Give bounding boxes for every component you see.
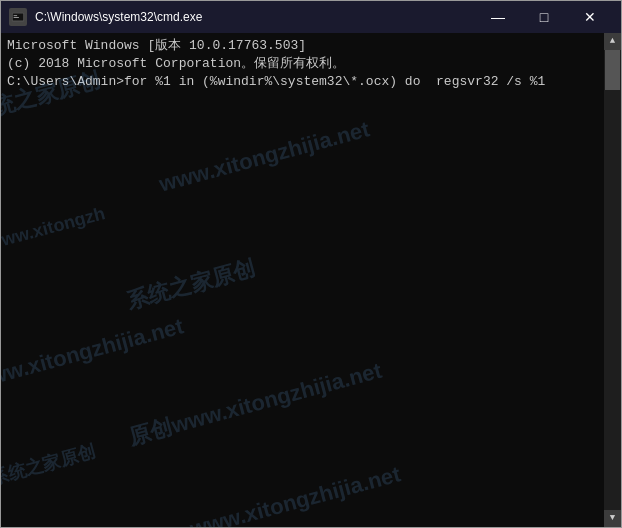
watermark-text: 原创www.xitongzhijia.net	[125, 355, 385, 452]
scrollbar[interactable]: ▲ ▼	[604, 33, 621, 527]
terminal-line: (c) 2018 Microsoft Corporation。保留所有权利。	[7, 55, 615, 73]
watermark-text: www.xitongzhijia.net	[1, 312, 187, 398]
terminal-body[interactable]: Microsoft Windows [版本 10.0.17763.503] (c…	[1, 33, 621, 527]
terminal-output: Microsoft Windows [版本 10.0.17763.503] (c…	[7, 37, 615, 92]
close-button[interactable]: ✕	[567, 1, 613, 33]
cmd-window: C:\Windows\system32\cmd.exe — □ ✕ Micros…	[0, 0, 622, 528]
terminal-line: C:\Users\Admin>for %1 in (%windir%\syste…	[7, 73, 615, 91]
watermark-text: 系统之家原创	[123, 254, 258, 318]
svg-rect-2	[14, 15, 18, 16]
scroll-thumb[interactable]	[605, 50, 620, 90]
minimize-button[interactable]: —	[475, 1, 521, 33]
watermark-text: 系统之家原创	[1, 439, 98, 491]
window-controls: — □ ✕	[475, 1, 613, 33]
scroll-down-arrow[interactable]: ▼	[604, 510, 621, 527]
title-bar: C:\Windows\system32\cmd.exe — □ ✕	[1, 1, 621, 33]
svg-rect-3	[14, 17, 19, 18]
watermark-text: 原创www.xitongzh	[1, 201, 108, 266]
scroll-up-arrow[interactable]: ▲	[604, 33, 621, 50]
watermark: 系统之家原创 www.xitongzhijia.net 原创www.xitong…	[1, 33, 621, 527]
window-icon	[9, 8, 27, 26]
window-title: C:\Windows\system32\cmd.exe	[35, 10, 475, 24]
terminal-line: Microsoft Windows [版本 10.0.17763.503]	[7, 37, 615, 55]
watermark-text: www.xitongzhijia.net	[156, 114, 373, 200]
watermark-text: www.xitongzhijia.net	[187, 460, 404, 527]
maximize-button[interactable]: □	[521, 1, 567, 33]
scroll-track[interactable]	[604, 50, 621, 510]
